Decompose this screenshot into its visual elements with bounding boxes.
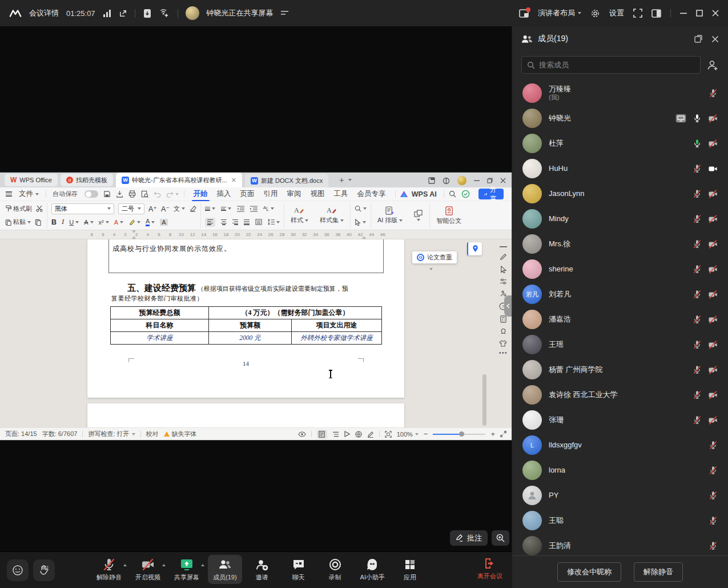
mic-muted-icon[interactable] bbox=[709, 491, 718, 500]
camera-off-icon[interactable] bbox=[708, 415, 718, 425]
redo-icon[interactable] bbox=[166, 191, 179, 198]
expand-caret[interactable] bbox=[123, 564, 127, 566]
font-size-select[interactable]: 二号 bbox=[118, 203, 144, 214]
member-row[interactable]: 张珊 bbox=[512, 407, 728, 433]
member-row[interactable]: Mrs.徐 bbox=[512, 231, 728, 257]
zoom-level[interactable]: 100% bbox=[397, 431, 419, 438]
web-view-icon[interactable] bbox=[355, 431, 362, 438]
wps-menu-2[interactable]: 插入 bbox=[213, 189, 235, 199]
member-row[interactable]: 王聪 bbox=[512, 508, 728, 533]
tab-docer-templates[interactable]: d 找稻壳模板 bbox=[61, 174, 113, 186]
camera-off-icon[interactable] bbox=[141, 558, 155, 571]
member-row[interactable]: JasonLynn bbox=[512, 181, 728, 206]
decrease-indent-icon[interactable] bbox=[237, 206, 244, 212]
camera-on-icon[interactable] bbox=[708, 164, 718, 174]
side-panel-toggle-icon[interactable] bbox=[651, 9, 661, 18]
select-button[interactable] bbox=[355, 219, 366, 226]
window-maximize-button[interactable] bbox=[696, 10, 703, 17]
meeting-details-link[interactable]: 会议详情 bbox=[29, 8, 59, 18]
camera-off-icon[interactable] bbox=[708, 139, 718, 149]
decrease-font-icon[interactable]: A⁻ bbox=[161, 205, 170, 213]
toolbar-screen-share-button[interactable]: 共享屏幕 bbox=[169, 555, 204, 584]
camera-off-icon[interactable] bbox=[708, 189, 718, 199]
window-mode-icon[interactable] bbox=[428, 177, 435, 184]
pin-location-button[interactable] bbox=[467, 242, 482, 255]
ai-layout-button[interactable]: AI 排版 bbox=[375, 206, 405, 225]
increase-font-icon[interactable]: A⁺ bbox=[148, 205, 157, 213]
toolbar-ai-button[interactable]: AI小助手 bbox=[355, 555, 390, 584]
member-row[interactable]: 潘嘉浩 bbox=[512, 307, 728, 332]
window-minimize-button[interactable] bbox=[680, 10, 687, 17]
panel-collapse-handle[interactable] bbox=[504, 295, 512, 317]
raise-hand-button[interactable] bbox=[33, 559, 55, 581]
mic-muted-icon[interactable] bbox=[709, 89, 718, 98]
skin-icon[interactable] bbox=[499, 340, 507, 347]
member-row[interactable]: 万臻臻 (我) bbox=[512, 81, 728, 106]
font-color-button[interactable]: A bbox=[146, 218, 155, 226]
settings-label[interactable]: 设置 bbox=[609, 8, 624, 18]
distribute-button[interactable] bbox=[255, 219, 262, 225]
wps-menu-5[interactable]: 审阅 bbox=[283, 189, 305, 199]
mic-muted-icon[interactable] bbox=[693, 340, 702, 349]
smart-doc-button[interactable]: 智能公文 bbox=[434, 206, 464, 225]
page-view-icon[interactable] bbox=[317, 430, 327, 439]
missing-font-warning[interactable]: 缺失字体 bbox=[164, 430, 197, 438]
mic-muted-icon[interactable] bbox=[693, 265, 702, 274]
tab-close-icon[interactable]: ✕ bbox=[231, 177, 236, 184]
fullscreen-view-icon[interactable] bbox=[500, 431, 506, 437]
cut-icon[interactable] bbox=[36, 205, 43, 212]
theme-icon[interactable] bbox=[443, 177, 450, 185]
mic-muted-icon[interactable] bbox=[709, 441, 718, 450]
increase-indent-icon[interactable] bbox=[250, 206, 258, 212]
camera-off-icon[interactable] bbox=[708, 290, 718, 299]
cloud-sync-icon[interactable] bbox=[461, 190, 470, 198]
member-row[interactable]: 杜萍 bbox=[512, 131, 728, 156]
unmute-button[interactable]: 解除静音 bbox=[634, 562, 683, 582]
ruler[interactable]: 8642246810121416182022242628303234363840… bbox=[0, 230, 512, 239]
member-row[interactable]: L lldsxggfgv bbox=[512, 433, 728, 458]
italic-button[interactable]: I bbox=[62, 218, 64, 226]
annotate-button[interactable]: 批注 bbox=[450, 530, 488, 546]
ink-icon[interactable] bbox=[367, 431, 374, 438]
wps-minimize-button[interactable] bbox=[474, 178, 480, 183]
window-close-button[interactable] bbox=[712, 10, 719, 17]
print-icon[interactable] bbox=[128, 190, 136, 198]
camera-off-icon[interactable] bbox=[708, 390, 718, 400]
zoom-slider-thumb[interactable] bbox=[459, 431, 464, 437]
member-row[interactable]: 袁诗徐 西北工业大学 bbox=[512, 382, 728, 407]
toolbar-record-button[interactable]: 录制 bbox=[319, 555, 352, 584]
wps-restore-button[interactable] bbox=[487, 178, 493, 183]
pen-tool-icon[interactable] bbox=[500, 253, 507, 261]
mic-muted-icon[interactable] bbox=[709, 516, 718, 525]
search-member-field[interactable] bbox=[521, 56, 701, 74]
play-view-icon[interactable] bbox=[344, 431, 350, 437]
camera-off-icon[interactable] bbox=[708, 265, 718, 274]
member-row[interactable]: Mindy bbox=[512, 206, 728, 231]
camera-off-icon[interactable] bbox=[708, 214, 718, 224]
presenter-eye-icon[interactable] bbox=[298, 431, 306, 437]
justify-button[interactable] bbox=[244, 219, 250, 225]
member-row[interactable]: 王瑶 bbox=[512, 332, 728, 357]
camera-off-icon[interactable] bbox=[708, 365, 718, 375]
search-icon[interactable] bbox=[449, 190, 456, 198]
wps-menu-4[interactable]: 引用 bbox=[260, 189, 282, 199]
mic-muted-icon[interactable] bbox=[693, 290, 702, 299]
undo-icon[interactable] bbox=[154, 191, 161, 198]
member-row[interactable]: sherine bbox=[512, 257, 728, 282]
search-member-input[interactable] bbox=[539, 61, 695, 69]
mic-green-icon[interactable] bbox=[693, 139, 702, 148]
text-outline-button[interactable]: A bbox=[114, 219, 123, 226]
leave-meeting-button[interactable]: 离开会议 bbox=[477, 557, 502, 581]
zoom-out-button[interactable]: − bbox=[424, 430, 428, 438]
document-page-2[interactable] bbox=[87, 403, 404, 427]
toolbar-apps-button[interactable]: 应用 bbox=[393, 555, 427, 584]
tab-document-2[interactable]: W 新建 DOCX 文档.docx bbox=[245, 174, 328, 187]
divider-tool-icon[interactable] bbox=[500, 246, 507, 248]
save-icon[interactable] bbox=[103, 190, 111, 198]
symbol-omega-icon[interactable]: Ω bbox=[501, 328, 506, 335]
copy-icon[interactable] bbox=[35, 219, 41, 226]
expand-caret[interactable] bbox=[162, 564, 166, 566]
tab-list-chevron[interactable] bbox=[348, 179, 352, 181]
doc-scrollbar-thumb[interactable] bbox=[482, 374, 486, 426]
wps-menu-1[interactable]: 开始 bbox=[190, 189, 212, 199]
